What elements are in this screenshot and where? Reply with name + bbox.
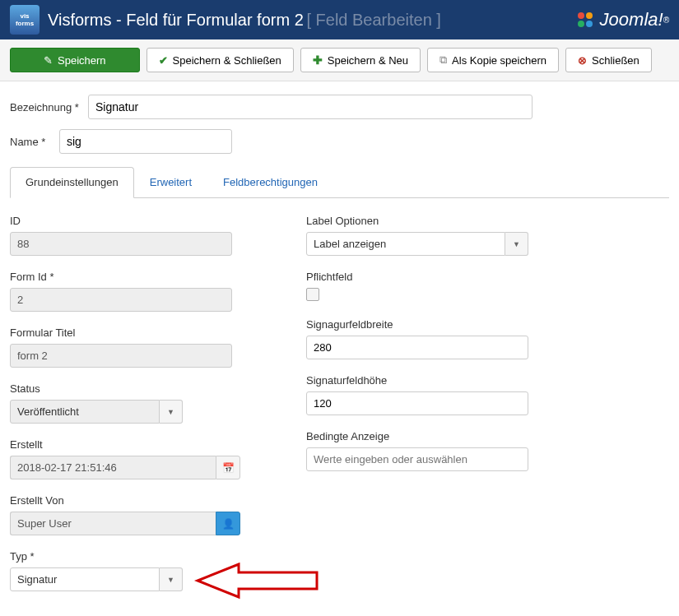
chevron-down-icon[interactable]: ▼ — [160, 400, 183, 424]
erstelltvon-group: Erstellt Von Super User 👤 — [10, 494, 240, 535]
svg-point-3 — [586, 21, 593, 27]
typ-label: Typ * — [10, 550, 240, 563]
formtitle-label: Formular Titel — [10, 327, 240, 339]
left-column: ID 88 Form Id * 2 Formular Titel form 2 … — [10, 215, 240, 606]
labelopt-label: Label Optionen — [306, 215, 537, 227]
user-button[interactable]: 👤 — [216, 512, 240, 535]
pflicht-group: Pflichtfeld — [306, 271, 537, 303]
bedingt-input[interactable] — [306, 447, 528, 471]
page-title: Visforms - Feld für Formular form 2 — [48, 11, 304, 30]
formtitle-group: Formular Titel form 2 — [10, 327, 240, 368]
status-group: Status Veröffentlicht ▼ — [10, 382, 240, 424]
typ-select[interactable]: Signatur ▼ — [10, 567, 183, 591]
typ-group: Typ * Signatur ▼ — [10, 550, 240, 591]
save-close-label: Speichern & Schließen — [173, 54, 281, 67]
width-input[interactable] — [306, 336, 528, 359]
erstellt-label: Erstellt — [10, 438, 240, 451]
form-columns: ID 88 Form Id * 2 Formular Titel form 2 … — [10, 215, 669, 606]
bedingt-label: Bedingte Anzeige — [306, 430, 537, 442]
id-group: ID 88 — [10, 215, 240, 256]
tab-feldberechtigungen[interactable]: Feldberechtigungen — [207, 167, 333, 197]
svg-point-2 — [578, 21, 584, 27]
bezeichnung-row: Bezeichnung * — [10, 95, 669, 119]
erstelltvon-input-group: Super User 👤 — [10, 512, 240, 535]
calendar-button[interactable]: 📅 — [216, 456, 240, 479]
labelopt-value: Label anzeigen — [306, 232, 505, 256]
close-button[interactable]: ⊗ Schließen — [565, 48, 652, 72]
joomla-icon — [575, 10, 595, 30]
logo-text-bottom: forms — [16, 20, 34, 27]
logo-text-top: vis — [20, 12, 29, 20]
close-icon: ⊗ — [578, 54, 587, 67]
erstellt-group: Erstellt 2018-02-17 21:51:46 📅 — [10, 438, 240, 479]
bezeichnung-label: Bezeichnung * — [10, 101, 80, 113]
bezeichnung-input[interactable] — [88, 95, 533, 119]
save-copy-label: Als Kopie speichern — [452, 54, 546, 67]
chevron-down-icon[interactable]: ▼ — [160, 567, 183, 591]
joomla-brand: Joomla!® — [575, 9, 669, 30]
save-new-button[interactable]: ✚ Speichern & Neu — [300, 48, 421, 72]
erstellt-input-group: 2018-02-17 21:51:46 📅 — [10, 456, 240, 479]
visforms-logo: vis forms — [10, 5, 40, 35]
bedingt-group: Bedingte Anzeige — [306, 430, 537, 471]
id-value: 88 — [10, 232, 232, 256]
save-label: Speichern — [58, 54, 106, 67]
pflicht-checkbox[interactable] — [306, 288, 319, 301]
close-label: Schließen — [592, 54, 639, 67]
tabs: Grundeinstellungen Erweitert Feldberecht… — [10, 167, 669, 198]
joomla-reg: ® — [663, 16, 669, 25]
status-label: Status — [10, 382, 240, 395]
labelopt-group: Label Optionen Label anzeigen ▼ — [306, 215, 537, 256]
page-subtitle: [ Feld Bearbeiten ] — [306, 11, 440, 30]
height-label: Signaturfeldhöhe — [306, 374, 537, 387]
formid-value: 2 — [10, 288, 232, 312]
formid-label: Form Id * — [10, 271, 240, 283]
right-column: Label Optionen Label anzeigen ▼ Pflichtf… — [306, 215, 537, 606]
width-label: Signagurfeldbreite — [306, 318, 537, 331]
tab-grundeinstellungen[interactable]: Grundeinstellungen — [10, 167, 134, 198]
labelopt-select[interactable]: Label anzeigen ▼ — [306, 232, 528, 256]
save-new-label: Speichern & Neu — [328, 54, 408, 67]
user-icon: 👤 — [222, 518, 235, 530]
name-row: Name * — [10, 129, 669, 154]
formtitle-value: form 2 — [10, 344, 232, 368]
save-close-button[interactable]: ✔ Speichern & Schließen — [146, 48, 294, 72]
toolbar: ✎ Speichern ✔ Speichern & Schließen ✚ Sp… — [0, 39, 679, 81]
header: vis forms Visforms - Feld für Formular f… — [0, 0, 679, 39]
save-copy-button[interactable]: ⧉ Als Kopie speichern — [427, 48, 559, 72]
formid-group: Form Id * 2 — [10, 271, 240, 312]
width-group: Signagurfeldbreite — [306, 318, 537, 359]
erstelltvon-label: Erstellt Von — [10, 494, 240, 507]
copy-icon: ⧉ — [439, 53, 447, 67]
status-value: Veröffentlicht — [10, 400, 160, 424]
chevron-down-icon[interactable]: ▼ — [505, 232, 528, 256]
pflicht-label: Pflichtfeld — [306, 271, 537, 283]
erstellt-value: 2018-02-17 21:51:46 — [10, 456, 216, 479]
save-button[interactable]: ✎ Speichern — [10, 48, 140, 72]
name-label: Name * — [10, 136, 51, 148]
height-group: Signaturfeldhöhe — [306, 374, 537, 415]
joomla-text: Joomla! — [600, 9, 663, 30]
typ-value: Signatur — [10, 567, 160, 591]
check-icon: ✔ — [159, 54, 168, 67]
plus-icon: ✚ — [313, 53, 323, 67]
calendar-icon: 📅 — [222, 462, 235, 474]
edit-icon: ✎ — [44, 54, 53, 67]
svg-point-0 — [578, 12, 584, 19]
height-input[interactable] — [306, 391, 528, 415]
svg-point-1 — [586, 12, 593, 19]
name-input[interactable] — [59, 129, 232, 154]
status-select[interactable]: Veröffentlicht ▼ — [10, 400, 183, 424]
content: Bezeichnung * Name * Grundeinstellungen … — [0, 81, 679, 616]
id-label: ID — [10, 215, 240, 227]
tab-erweitert[interactable]: Erweitert — [134, 167, 207, 197]
erstelltvon-value: Super User — [10, 512, 216, 535]
